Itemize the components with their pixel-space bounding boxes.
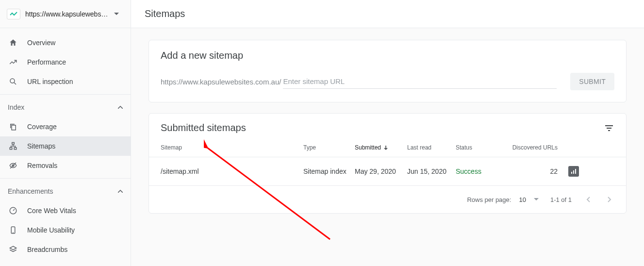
coverage-label: Coverage: [27, 123, 57, 131]
col-urls: Discovered URLs: [511, 144, 558, 151]
topbar: Sitemaps: [131, 0, 644, 28]
table-head: Sitemap Type Submitted Last read Status …: [149, 137, 626, 157]
property-url: https://www.kapsulewebsite...: [25, 10, 109, 18]
svg-rect-1: [12, 125, 16, 130]
sidebar: https://www.kapsulewebsite... Overview P…: [0, 0, 131, 266]
add-sitemap-card: Add a new sitemap https://www.kapsuleweb…: [149, 40, 627, 102]
search-icon: [8, 77, 18, 86]
layers-icon: [8, 245, 18, 254]
phone-icon: [8, 226, 18, 234]
col-type: Type: [303, 144, 355, 151]
cwv-label: Core Web Vitals: [27, 207, 76, 215]
chevron-up-icon: [118, 190, 123, 193]
divider: [0, 178, 131, 179]
gauge-icon: [8, 206, 18, 215]
sidebar-item-cwv[interactable]: Core Web Vitals: [0, 201, 131, 220]
svg-rect-3: [10, 148, 12, 150]
rows-per-page-label: Rows per page:: [467, 196, 511, 203]
sidebar-item-coverage[interactable]: Coverage: [0, 117, 131, 136]
mobile-label: Mobile Usability: [27, 226, 75, 234]
property-logo: [7, 9, 20, 19]
eye-off-icon: [8, 161, 18, 170]
pager: Rows per page: 10 1-1 of 1: [149, 186, 626, 213]
dropdown-icon: [114, 13, 124, 16]
dropdown-icon[interactable]: [534, 198, 539, 201]
col-status: Status: [456, 144, 511, 151]
col-submitted[interactable]: Submitted: [355, 144, 407, 151]
sidebar-item-overview[interactable]: Overview: [0, 33, 131, 52]
cell-lastread: Jun 15, 2020: [407, 167, 456, 175]
content: Add a new sitemap https://www.kapsuleweb…: [131, 28, 644, 225]
cell-submitted: May 29, 2020: [355, 167, 407, 175]
main: Sitemaps Add a new sitemap https://www.k…: [131, 0, 644, 266]
sidebar-item-breadcrumbs[interactable]: Breadcrumbs: [0, 240, 131, 259]
copy-icon: [8, 122, 18, 131]
overview-label: Overview: [27, 39, 55, 47]
home-icon: [8, 38, 18, 47]
table-row[interactable]: /sitemap.xml Sitemap index May 29, 2020 …: [149, 157, 626, 186]
chevron-up-icon: [118, 106, 123, 109]
cell-sitemap: /sitemap.xml: [161, 167, 303, 175]
next-page-icon[interactable]: [605, 197, 614, 202]
sidebar-item-url-inspection[interactable]: URL inspection: [0, 72, 131, 91]
sidebar-item-sitemaps[interactable]: Sitemaps: [0, 136, 131, 156]
col-sitemap: Sitemap: [161, 144, 303, 151]
index-section-header[interactable]: Index: [0, 98, 131, 117]
submitted-sitemaps-card: Submitted sitemaps Sitemap Type Submitte…: [149, 113, 627, 214]
cell-type: Sitemap index: [303, 167, 355, 175]
enh-section-label: Enhancements: [8, 187, 114, 195]
svg-point-0: [10, 79, 15, 83]
page-range: 1-1 of 1: [550, 196, 572, 203]
prev-page-icon[interactable]: [583, 197, 593, 202]
arrow-down-icon: [383, 145, 389, 150]
page-title: Sitemaps: [145, 8, 185, 19]
add-sitemap-title: Add a new sitemap: [149, 40, 626, 61]
svg-rect-4: [14, 148, 17, 150]
property-selector[interactable]: https://www.kapsulewebsite...: [0, 0, 131, 28]
trend-icon: [8, 58, 18, 66]
url-inspection-label: URL inspection: [27, 78, 73, 85]
sidebar-item-performance[interactable]: Performance: [0, 52, 131, 72]
sidebar-item-mobile[interactable]: Mobile Usability: [0, 220, 131, 240]
col-submitted-label: Submitted: [355, 144, 381, 151]
enh-section-header[interactable]: Enhancements: [0, 182, 131, 201]
rows-per-page-value[interactable]: 10: [519, 196, 526, 203]
status-badge: Success: [456, 167, 481, 175]
filter-icon[interactable]: [604, 123, 614, 133]
cell-urls: 22: [511, 167, 558, 175]
sitemap-url-input[interactable]: [283, 74, 557, 89]
sitemap-icon: [8, 142, 18, 150]
sidebar-item-removals[interactable]: Removals: [0, 156, 131, 175]
url-prefix: https://www.kapsulewebsites.com.au/: [161, 78, 281, 86]
index-section-label: Index: [8, 103, 114, 111]
sitemaps-label: Sitemaps: [27, 142, 55, 150]
svg-rect-2: [12, 143, 15, 145]
performance-label: Performance: [27, 58, 66, 66]
chart-icon[interactable]: [568, 166, 579, 177]
divider: [0, 94, 131, 95]
submit-button[interactable]: SUBMIT: [570, 73, 614, 90]
breadcrumbs-label: Breadcrumbs: [27, 246, 67, 253]
col-lastread: Last read: [407, 144, 456, 151]
removals-label: Removals: [27, 162, 57, 169]
submitted-title: Submitted sitemaps: [161, 122, 604, 133]
